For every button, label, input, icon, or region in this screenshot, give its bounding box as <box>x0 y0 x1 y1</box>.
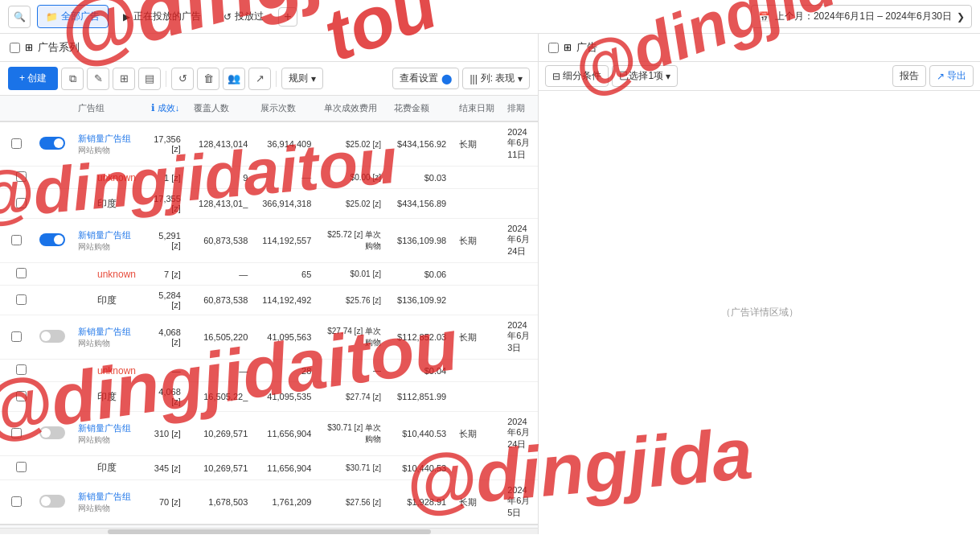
select-all-checkbox[interactable] <box>10 43 20 53</box>
selected-label: 已选择1项 <box>619 69 663 83</box>
row-checkbox[interactable] <box>16 268 27 278</box>
schedule-cell: 2024年6月5日 <box>501 480 538 525</box>
rules-button[interactable]: 规则 ▾ <box>281 68 323 89</box>
schedule-cell <box>501 189 538 219</box>
row-checkbox[interactable] <box>16 294 27 305</box>
col-ad-group[interactable]: 广告组 <box>72 96 145 121</box>
row-checkbox[interactable] <box>16 391 27 401</box>
layout-button[interactable]: ▤ <box>138 68 161 90</box>
schedule-cell: 2024年6月24日 <box>501 412 538 456</box>
spend-cell: $112,852.03 <box>387 315 453 360</box>
row-checkbox[interactable] <box>11 496 22 507</box>
impressions-cell: 65 <box>254 263 318 286</box>
right-panel: ⊞ 广告 ⊟ 细分条件 已选择1项 ▾ 报告 ↗ 导出 （广告详情区域） <box>539 34 980 534</box>
filter-icon: ⊟ <box>552 71 560 82</box>
impressions-cell: 1,761,209 <box>254 480 318 525</box>
cpa-cell: — <box>318 360 387 382</box>
right-toolbar: ⊟ 细分条件 已选择1项 ▾ 报告 ↗ 导出 <box>539 62 980 91</box>
ad-groups-table-container[interactable]: 广告组 ℹ 成效↓ 覆盖人数 展示次数 单次成效费用 花费金额 结束日期 排期 <box>0 96 538 528</box>
selected-dropdown-icon: ▾ <box>666 71 670 82</box>
ad-group-link[interactable]: 新销量广告组 <box>78 229 138 241</box>
metric-cell: 1 [z] <box>145 167 187 189</box>
row-checkbox-cell <box>0 315 33 360</box>
cpa-cell: $0.01 [z] <box>318 263 387 286</box>
ad-group-toggle[interactable] <box>39 495 65 508</box>
selected-items-button[interactable]: 已选择1项 ▾ <box>612 65 678 87</box>
row-toggle-cell <box>33 315 72 360</box>
impressions-cell: 114,192,492 <box>254 286 318 315</box>
ad-group-toggle[interactable] <box>39 233 65 246</box>
share-button[interactable]: ↗ <box>248 68 271 90</box>
end-date-cell <box>453 286 501 315</box>
tab-past-ads[interactable]: ↺ 投放过 <box>215 6 272 27</box>
table-row: 印度 5,284 [z]60,873,538114,192,492$25.76 … <box>0 286 538 315</box>
row-checkbox[interactable] <box>16 364 27 375</box>
report-button[interactable]: 报告 <box>892 65 926 87</box>
tab-all-ads[interactable]: 📁 全部广告 <box>37 5 109 28</box>
grid-icon: ⊞ <box>25 42 33 53</box>
export-icon: ↗ <box>937 71 945 82</box>
export-button[interactable]: ↗ 导出 <box>929 65 974 87</box>
cpa-cell: $25.02 [z] <box>318 189 387 219</box>
segment-label: 细分条件 <box>563 69 601 83</box>
col-end-date[interactable]: 结束日期 <box>453 96 501 121</box>
row-toggle-cell <box>33 382 72 412</box>
schedule-cell: 2024年6月11日 <box>501 121 538 167</box>
right-select-all[interactable] <box>548 43 559 53</box>
horizontal-scrollbar[interactable] <box>0 528 538 534</box>
table-row: 印度 4,068 [z]16,505,22_41,095,535$27.74 [… <box>0 382 538 412</box>
table-row: 新销量广告组 网站购物 17,356 [z]128,413,01436,914,… <box>0 121 538 167</box>
spend-cell: $1,928.91 <box>387 480 453 525</box>
undo-button[interactable]: ↺ <box>171 68 194 90</box>
row-checkbox[interactable] <box>11 235 22 245</box>
row-checkbox[interactable] <box>16 462 27 472</box>
end-date-cell <box>453 456 501 480</box>
create-button[interactable]: + 创建 <box>8 67 58 90</box>
impressions-cell: 28 <box>254 360 318 382</box>
row-checkbox[interactable] <box>16 198 27 208</box>
people-button[interactable]: 👥 <box>223 68 245 90</box>
ad-group-link[interactable]: 新销量广告组 <box>78 422 138 434</box>
copy-button[interactable]: ⧉ <box>61 68 84 90</box>
row-checkbox[interactable] <box>16 171 27 182</box>
add-tab-button[interactable]: + <box>278 7 297 27</box>
row-checkbox[interactable] <box>11 428 22 438</box>
col-reach[interactable]: 覆盖人数 <box>187 96 254 121</box>
sub-row-name: unknown <box>78 365 136 376</box>
row-checkbox[interactable] <box>11 331 22 342</box>
table-row: 印度 17,355 [z]128,413,01_366,914,318$25.0… <box>0 189 538 219</box>
dot-icon: ⬤ <box>441 73 452 84</box>
col-impressions[interactable]: 展示次数 <box>254 96 318 121</box>
reach-cell: — <box>187 263 254 286</box>
spend-cell: $0.06 <box>387 263 453 286</box>
left-panel-header: ⊞ 广告系列 <box>0 34 538 62</box>
col-schedule[interactable]: 排期 <box>501 96 538 121</box>
ad-group-link[interactable]: 新销量广告组 <box>78 491 138 503</box>
tab-active-ads[interactable]: ▶ 正在投放的广告 <box>115 6 209 27</box>
ad-group-toggle[interactable] <box>39 330 65 343</box>
row-checkbox[interactable] <box>11 138 22 149</box>
ad-group-link[interactable]: 新销量广告组 <box>78 133 138 145</box>
col-metric[interactable]: ℹ 成效↓ <box>145 96 187 121</box>
impressions-cell: 36,914,409 <box>254 121 318 167</box>
history-icon: ↺ <box>223 11 232 23</box>
filter-button[interactable]: ⊞ <box>113 68 135 90</box>
reach-cell: 1,678,503 <box>187 480 254 525</box>
ad-group-toggle[interactable] <box>39 137 65 150</box>
col-spend[interactable]: 花费金额 <box>387 96 453 121</box>
segment-filter-button[interactable]: ⊟ 细分条件 <box>545 65 609 87</box>
ad-group-name-cell: 新销量广告组 网站购物 <box>72 412 145 456</box>
columns-toggle[interactable]: ||| 列: 表现 ▾ <box>462 68 530 89</box>
table-row: unknown ——28—$0.04 <box>0 360 538 382</box>
edit-button[interactable]: ✎ <box>87 68 109 90</box>
date-range-selector[interactable]: 📅 上个月：2024年6月1日 – 2024年6月30日 ❯ <box>751 5 972 28</box>
spend-cell: $434,156.89 <box>387 189 453 219</box>
ad-group-name-cell: 新销量广告组 网站购物 <box>72 480 145 525</box>
ad-group-toggle[interactable] <box>39 426 65 439</box>
col-cpa[interactable]: 单次成效费用 <box>318 96 387 121</box>
ad-group-link[interactable]: 新销量广告组 <box>78 326 138 338</box>
view-settings-toggle[interactable]: 查看设置 ⬤ <box>392 68 459 89</box>
reach-cell: 10,269,571 <box>187 412 254 456</box>
delete-button[interactable]: 🗑 <box>197 68 219 90</box>
search-button[interactable]: 🔍 <box>8 6 31 28</box>
